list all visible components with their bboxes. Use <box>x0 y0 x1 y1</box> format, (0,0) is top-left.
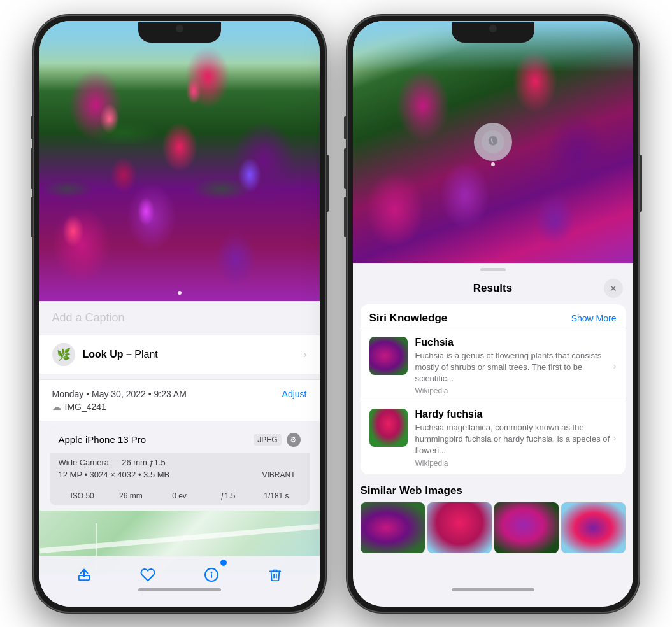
right-photo-display[interactable] <box>353 21 633 263</box>
similar-images-title: Similar Web Images <box>361 484 626 497</box>
favorite-button[interactable] <box>134 561 162 589</box>
device-section: Apple iPhone 13 Pro JPEG ⚙ Wide Camera —… <box>50 426 310 505</box>
results-title: Results <box>382 282 604 295</box>
trash-icon <box>268 568 282 582</box>
home-indicator <box>138 588 221 591</box>
map-road <box>39 523 319 553</box>
results-header: Results ✕ <box>353 274 633 304</box>
lookup-chevron: › <box>303 349 306 360</box>
exif-focal: 26 mm <box>107 490 155 502</box>
panel-handle <box>480 268 506 271</box>
photo-display[interactable] <box>39 21 320 301</box>
hardy-content: Hardy fuchsia Fuchsia magellanica, commo… <box>415 409 617 468</box>
hardy-description: Fuchsia magellanica, commonly known as t… <box>415 422 617 457</box>
photo-filename: IMG_4241 <box>65 402 106 412</box>
right-home-indicator <box>452 588 534 591</box>
lookup-icon: 🌿 <box>52 343 75 366</box>
info-icon <box>204 567 219 582</box>
fuchsia-source: Wikipedia <box>415 386 617 395</box>
similar-image-2[interactable] <box>427 502 492 553</box>
right-power-button <box>640 155 642 212</box>
similar-images-section: Similar Web Images <box>353 479 633 556</box>
visual-search-dot <box>491 162 495 166</box>
hardy-chevron: › <box>613 433 617 443</box>
front-camera <box>176 25 183 32</box>
info-badge <box>220 560 227 566</box>
mute-button <box>31 116 33 139</box>
photo-page-indicator <box>178 291 182 295</box>
left-phone-screen: Add a Caption 🌿 Look Up – Plant › Monday… <box>39 21 320 607</box>
camera-settings-icon[interactable]: ⚙ <box>287 433 301 447</box>
exif-row: ISO 50 26 mm 0 ev ƒ1.5 1/181 s <box>50 486 310 505</box>
camera-spec-line1: Wide Camera — 26 mm ƒ1.5 <box>59 458 301 467</box>
similar-image-4[interactable] <box>561 502 626 553</box>
delete-button[interactable] <box>261 561 289 589</box>
similar-image-3[interactable] <box>494 502 559 553</box>
power-button <box>326 155 329 212</box>
cloud-icon: ☁ <box>52 402 61 412</box>
device-badges: JPEG ⚙ <box>254 433 300 447</box>
siri-knowledge-title: Siri Knowledge <box>369 312 448 325</box>
similar-images-grid <box>361 502 626 553</box>
close-icon: ✕ <box>610 283 617 293</box>
right-phone-screen: Results ✕ Siri Knowledge Show More <box>353 21 633 607</box>
device-row: Apple iPhone 13 Pro JPEG ⚙ <box>50 426 310 453</box>
photo-date: Monday • May 30, 2022 • 9:23 AM <box>52 389 187 399</box>
siri-knowledge-header: Siri Knowledge Show More <box>361 304 626 330</box>
adjust-button[interactable]: Adjust <box>282 389 307 399</box>
hardy-fuchsia-thumbnail <box>369 409 408 447</box>
volume-up-button <box>31 148 33 189</box>
heart-icon <box>140 567 155 582</box>
lookup-row[interactable]: 🌿 Look Up – Plant › <box>39 335 320 374</box>
hardy-thumb-image <box>369 409 408 447</box>
knowledge-item-fuchsia[interactable]: Fuchsia Fuchsia is a genus of flowering … <box>361 330 626 402</box>
exif-shutter: 1/181 s <box>252 490 300 502</box>
visual-intelligence-inner <box>482 130 504 153</box>
fuchsia-description: Fuchsia is a genus of flowering plants t… <box>415 350 617 385</box>
exif-iso: ISO 50 <box>59 490 107 502</box>
hardy-name: Hardy fuchsia <box>415 409 617 420</box>
volume-down-button <box>31 197 33 237</box>
visual-search-leaf-icon <box>486 135 500 149</box>
phones-container: Add a Caption 🌿 Look Up – Plant › Monday… <box>20 2 652 626</box>
camera-spec-line2: 12 MP • 3024 × 4032 • 3.5 MB <box>59 470 170 479</box>
exif-ev: 0 ev <box>155 490 204 502</box>
lookup-label: Look Up – Plant <box>83 349 158 360</box>
results-close-button[interactable]: ✕ <box>604 279 623 298</box>
vibrant-badge: VIBRANT <box>257 469 300 481</box>
show-more-button[interactable]: Show More <box>571 313 617 323</box>
caption-input[interactable]: Add a Caption <box>39 301 320 335</box>
camera-specs: Wide Camera — 26 mm ƒ1.5 12 MP • 3024 × … <box>50 453 310 486</box>
photo-metadata: Monday • May 30, 2022 • 9:23 AM Adjust ☁… <box>39 379 320 421</box>
info-button[interactable] <box>197 561 225 589</box>
share-icon <box>77 568 91 582</box>
right-volume-down-button <box>344 197 347 237</box>
dot-1 <box>178 291 182 295</box>
right-front-camera <box>489 25 497 32</box>
fuchsia-content: Fuchsia Fuchsia is a genus of flowering … <box>415 337 617 396</box>
left-phone: Add a Caption 🌿 Look Up – Plant › Monday… <box>33 15 326 613</box>
leaf-icon: 🌿 <box>57 348 71 362</box>
jpeg-badge: JPEG <box>254 434 281 446</box>
share-button[interactable] <box>70 561 98 589</box>
siri-knowledge-section: Siri Knowledge Show More Fuchsia Fuchsia… <box>361 304 626 474</box>
exif-aperture: ƒ1.5 <box>204 490 252 502</box>
photo-toolbar <box>39 556 320 607</box>
right-phone: Results ✕ Siri Knowledge Show More <box>347 15 640 613</box>
fuchsia-chevron: › <box>613 361 617 371</box>
fuchsia-thumbnail <box>369 337 408 375</box>
device-name: Apple iPhone 13 Pro <box>59 434 147 445</box>
right-mute-button <box>344 116 347 139</box>
photo-info-area: Add a Caption 🌿 Look Up – Plant › Monday… <box>39 301 320 574</box>
similar-image-1[interactable] <box>361 502 425 553</box>
knowledge-item-hardy-fuchsia[interactable]: Hardy fuchsia Fuchsia magellanica, commo… <box>361 402 626 474</box>
fuchsia-name: Fuchsia <box>415 337 617 348</box>
results-panel: Results ✕ Siri Knowledge Show More <box>353 263 633 556</box>
visual-intelligence-button[interactable] <box>474 123 512 161</box>
caption-placeholder: Add a Caption <box>52 311 125 324</box>
right-volume-up-button <box>344 148 347 189</box>
fuchsia-thumb-image <box>369 337 408 375</box>
hardy-source: Wikipedia <box>415 459 617 468</box>
